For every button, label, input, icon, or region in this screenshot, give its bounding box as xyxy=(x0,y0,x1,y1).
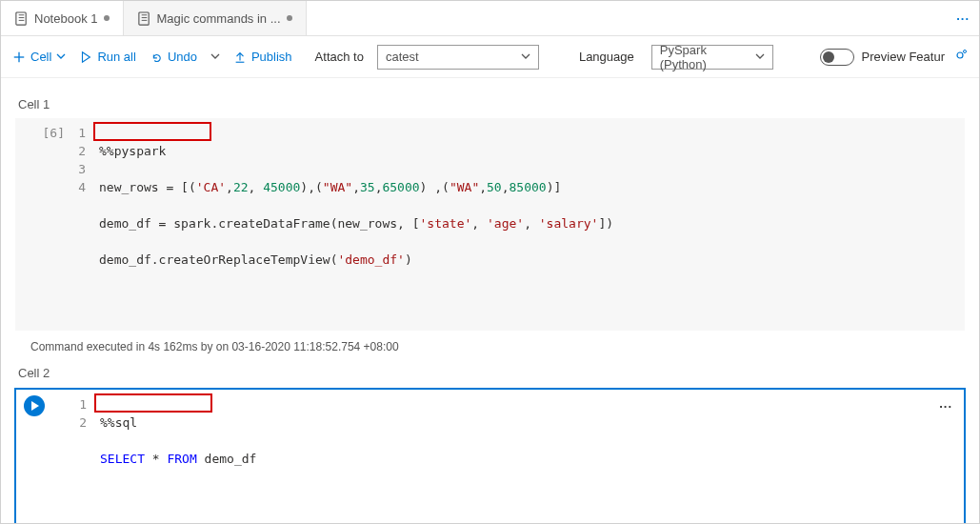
cell-1-status: Command executed in 4s 162ms by on 03-16… xyxy=(15,331,965,357)
preview-label: Preview Featur xyxy=(862,50,945,64)
tab-label: Notebook 1 xyxy=(34,11,98,26)
line-number: 2 xyxy=(71,413,87,432)
cell-2-code[interactable]: 1 2 %%sql SELECT * FROM demo_df xyxy=(16,390,964,524)
line-gutter: 1 2 xyxy=(71,395,100,522)
tabs-bar: Notebook 1 Magic commands in ... ··· xyxy=(1,1,979,36)
add-cell-button[interactable]: Cell xyxy=(12,50,66,64)
code-text: %%pyspark new_rows = [('CA',22, 45000),(… xyxy=(99,124,955,323)
exec-count: [6] xyxy=(25,124,70,323)
line-number: 1 xyxy=(70,124,86,142)
unsaved-dot-icon xyxy=(104,15,110,21)
preview-features-toggle[interactable]: Preview Featur xyxy=(820,48,968,66)
highlight-annotation xyxy=(93,122,211,141)
tab-notebook-1[interactable]: Notebook 1 xyxy=(1,1,124,35)
toolbar: Cell Run all Undo Publish Attach to cate… xyxy=(1,36,979,78)
line-number: 2 xyxy=(70,142,86,160)
toggle-off-icon xyxy=(820,49,854,66)
tab-magic-commands[interactable]: Magic commands in ... xyxy=(124,1,307,35)
attach-to-label: Attach to xyxy=(315,50,364,64)
run-all-button[interactable]: Run all xyxy=(79,50,135,64)
add-cell-label: Cell xyxy=(30,50,51,64)
svg-point-11 xyxy=(957,52,963,58)
tab-label: Magic commands in ... xyxy=(157,11,281,26)
cell-2: ··· 1 2 %%sql SELECT * FROM demo_df ︿ Co… xyxy=(14,388,966,524)
attach-to-value: catest xyxy=(386,50,419,64)
run-cell-button[interactable] xyxy=(24,395,45,416)
language-value: PySpark (Python) xyxy=(660,43,755,71)
notebook-icon xyxy=(137,11,151,26)
unsaved-dot-icon xyxy=(287,15,292,21)
magic-command: %%sql xyxy=(100,415,137,430)
run-all-label: Run all xyxy=(97,50,135,64)
language-select[interactable]: PySpark (Python) xyxy=(651,45,773,70)
chevron-down-icon[interactable] xyxy=(210,50,220,64)
svg-rect-0 xyxy=(16,11,26,24)
line-gutter: 1 2 3 4 xyxy=(70,124,99,323)
publish-button[interactable]: Publish xyxy=(233,50,292,64)
line-number: 1 xyxy=(71,395,87,413)
tabs-overflow[interactable]: ··· xyxy=(947,1,979,35)
magic-command: %%pyspark xyxy=(99,144,166,158)
notebook-content: Cell 1 [6] 1 2 3 4 %%pyspark new_rows = … xyxy=(1,78,979,524)
chevron-down-icon xyxy=(56,50,66,64)
undo-label: Undo xyxy=(168,50,197,64)
code-text: %%sql SELECT * FROM demo_df xyxy=(100,395,954,522)
highlight-annotation xyxy=(94,393,212,413)
publish-label: Publish xyxy=(251,50,292,64)
cell-1: [6] 1 2 3 4 %%pyspark new_rows = [('CA',… xyxy=(14,117,966,358)
svg-point-12 xyxy=(964,50,967,53)
attach-to-select[interactable]: catest xyxy=(377,45,539,70)
undo-button[interactable]: Undo xyxy=(150,50,197,64)
svg-rect-4 xyxy=(138,11,148,24)
cell-1-code[interactable]: [6] 1 2 3 4 %%pyspark new_rows = [('CA',… xyxy=(15,118,965,331)
language-label: Language xyxy=(579,50,634,64)
line-number: 3 xyxy=(70,160,86,178)
sparkle-icon xyxy=(952,48,968,66)
chevron-down-icon xyxy=(521,50,530,64)
line-number: 4 xyxy=(70,178,86,196)
cell-2-label: Cell 2 xyxy=(18,366,966,380)
chevron-down-icon xyxy=(755,50,765,64)
notebook-icon xyxy=(14,11,29,26)
cell-1-label: Cell 1 xyxy=(18,97,966,111)
